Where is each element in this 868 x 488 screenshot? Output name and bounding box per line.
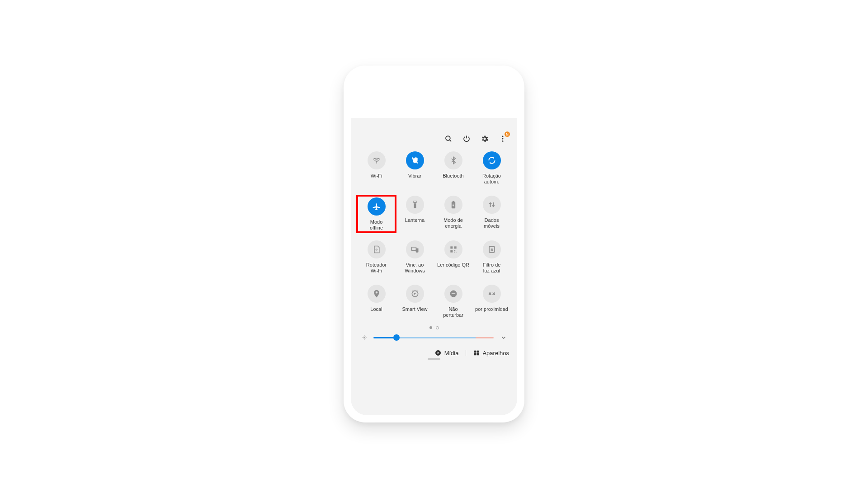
page-dot-active	[429, 326, 432, 329]
tile-label: Vibrar	[408, 173, 421, 179]
tile-label: Vinc. ao Windows	[405, 262, 425, 273]
svg-rect-12	[411, 247, 416, 251]
svg-point-4	[502, 141, 504, 142]
svg-line-33	[366, 336, 366, 337]
slider-thumb[interactable]	[393, 334, 400, 341]
svg-rect-17	[454, 250, 455, 252]
rotation-icon	[483, 151, 501, 169]
svg-point-11	[376, 251, 377, 252]
devices-label: Aparelhos	[482, 350, 509, 357]
page-dot-inactive	[436, 326, 439, 329]
tile-label: Filtro de luz azul	[483, 262, 501, 273]
airplane-icon	[368, 197, 386, 216]
svg-rect-16	[450, 250, 453, 253]
screen-top-blank	[351, 73, 517, 118]
tile-label: Modo de energia	[443, 217, 463, 229]
svg-text:B: B	[491, 248, 493, 252]
panel-topbar: N	[351, 118, 517, 148]
tile-nearby-share[interactable]: por proximidad	[472, 285, 511, 321]
svg-rect-7	[414, 204, 416, 208]
media-label: Mídia	[444, 350, 459, 357]
tile-do-not-disturb[interactable]: Não perturbar	[434, 285, 472, 321]
svg-point-5	[376, 162, 377, 163]
tile-label: Dados móveis	[484, 217, 500, 229]
tile-power-saving[interactable]: Modo de energia	[434, 196, 472, 232]
media-button[interactable]: Mídia	[434, 349, 459, 357]
tile-rotation[interactable]: Rotação autom.	[472, 151, 511, 188]
svg-rect-38	[477, 353, 479, 356]
tile-bluetooth[interactable]: Bluetooth	[434, 151, 472, 188]
tile-mobile-data[interactable]: Dados móveis	[472, 196, 511, 232]
devices-button[interactable]: Aparelhos	[473, 350, 509, 357]
drag-handle[interactable]	[428, 358, 440, 360]
svg-point-2	[502, 136, 504, 137]
svg-point-0	[446, 136, 450, 141]
svg-point-3	[502, 138, 504, 140]
tile-label: Smart View	[402, 306, 427, 312]
bluetooth-icon	[444, 151, 462, 169]
play-circle-icon	[434, 349, 442, 357]
svg-rect-14	[450, 247, 453, 249]
tile-label: Rotação autom.	[482, 173, 501, 184]
tile-label: Roteador Wi-Fi	[366, 262, 387, 273]
svg-line-30	[363, 336, 363, 337]
brightness-row	[351, 332, 517, 343]
svg-line-32	[363, 339, 363, 339]
cast-icon	[406, 285, 424, 303]
tile-wifi[interactable]: Wi-Fi	[357, 151, 396, 188]
tile-flashlight[interactable]: Lanterna	[396, 196, 434, 232]
dnd-icon	[444, 285, 462, 303]
battery-icon	[444, 196, 462, 214]
expand-brightness-icon[interactable]	[500, 334, 507, 341]
tile-label: Bluetooth	[443, 173, 463, 179]
tiles-grid: Wi-Fi Vibrar Bluetooth	[351, 148, 517, 321]
wifi-icon	[368, 151, 386, 169]
panel-bottombar: Mídia Aparelhos	[351, 343, 517, 357]
vibrate-icon	[406, 151, 424, 169]
tile-smart-view[interactable]: Smart View	[396, 285, 434, 321]
tile-label: Ler código QR	[437, 262, 469, 268]
flashlight-icon	[406, 196, 424, 214]
phone-mockup-frame: N Wi-Fi V	[344, 66, 524, 422]
brightness-slider[interactable]	[373, 337, 494, 338]
svg-rect-13	[415, 249, 418, 253]
svg-line-9	[413, 201, 413, 202]
power-icon[interactable]	[462, 134, 471, 143]
phone-screen: N Wi-Fi V	[351, 73, 517, 415]
more-options-icon[interactable]: N	[498, 134, 507, 143]
svg-rect-36	[477, 351, 479, 353]
tile-qr-scan[interactable]: Ler código QR	[434, 240, 472, 277]
tile-location[interactable]: Local	[357, 285, 396, 321]
svg-rect-37	[474, 353, 476, 356]
svg-line-1	[449, 140, 451, 141]
nearby-share-icon	[483, 285, 501, 303]
tile-blue-light-filter[interactable]: B Filtro de luz azul	[472, 240, 511, 277]
qr-code-icon	[444, 240, 462, 258]
tile-label: Local	[370, 306, 382, 312]
svg-rect-24	[451, 293, 455, 294]
brightness-icon	[362, 335, 367, 340]
tile-label: Modo offline	[370, 219, 383, 230]
tile-label: Wi-Fi	[371, 173, 382, 179]
svg-line-31	[366, 339, 366, 339]
tile-link-windows[interactable]: Vinc. ao Windows	[396, 240, 434, 277]
svg-line-10	[416, 201, 417, 202]
mobile-data-icon	[483, 196, 501, 214]
svg-rect-19	[454, 252, 455, 253]
tile-hotspot[interactable]: Roteador Wi-Fi	[357, 240, 396, 277]
search-icon[interactable]	[444, 134, 453, 143]
notification-badge: N	[505, 131, 510, 137]
blue-light-icon: B	[483, 240, 501, 258]
hotspot-icon	[368, 240, 386, 258]
svg-rect-35	[474, 351, 476, 353]
apps-grid-icon	[473, 350, 480, 356]
gear-icon[interactable]	[480, 134, 489, 143]
tile-vibrate[interactable]: Vibrar	[396, 151, 434, 188]
tile-label: por proximidad	[475, 306, 508, 312]
tile-airplane-mode[interactable]: Modo offline	[357, 196, 396, 232]
svg-rect-18	[456, 252, 457, 253]
location-pin-icon	[368, 285, 386, 303]
tile-label: Lanterna	[405, 217, 425, 223]
tile-label: Não perturbar	[443, 306, 463, 318]
devices-icon	[406, 240, 424, 258]
